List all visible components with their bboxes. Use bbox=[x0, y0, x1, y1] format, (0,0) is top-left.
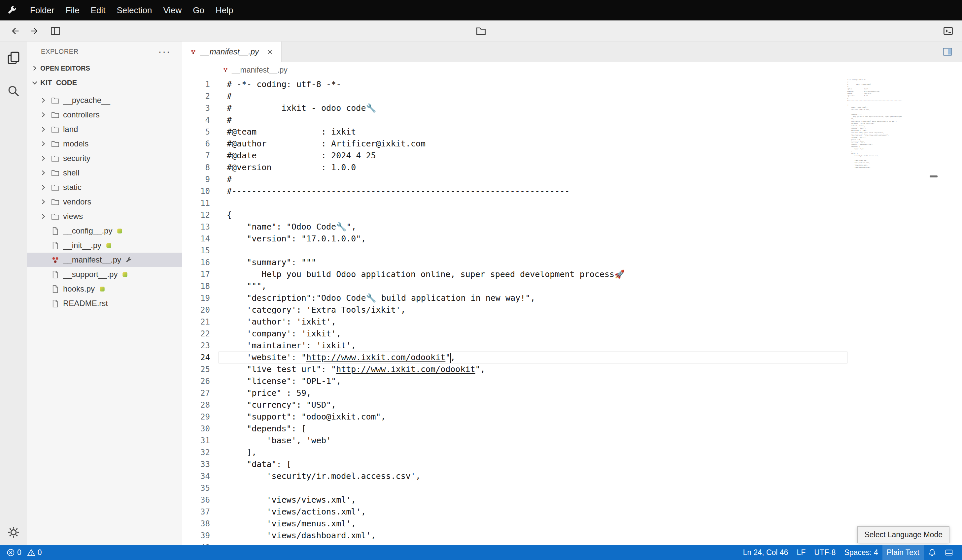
file-icon bbox=[223, 67, 228, 73]
line-text[interactable]: #@author : Artificer@ixkit.com bbox=[218, 138, 847, 150]
terminal-icon[interactable] bbox=[943, 26, 954, 36]
menu-file[interactable]: File bbox=[60, 5, 85, 16]
line-text[interactable]: "data": [ bbox=[218, 459, 847, 470]
tree-file-__manifest__.py[interactable]: __manifest__.py bbox=[27, 253, 182, 267]
tab-manifest[interactable]: __manifest__.py bbox=[182, 42, 282, 62]
line-text[interactable]: 'author': 'ixkit', bbox=[218, 316, 847, 328]
line-text[interactable]: """, bbox=[218, 280, 847, 292]
line-text[interactable]: "price" : 59, bbox=[218, 387, 847, 399]
tree-file-__config__.py[interactable]: __config__.py bbox=[27, 224, 182, 238]
editor[interactable]: 1# -*- coding: utf-8 -*-2#3# ixkit - odo… bbox=[182, 78, 962, 545]
line-text[interactable]: #@team : ixkit bbox=[218, 126, 847, 138]
line-text[interactable]: { bbox=[218, 209, 847, 221]
file-badge-icon bbox=[98, 286, 106, 293]
file-icon bbox=[190, 49, 197, 55]
line-text[interactable]: #@date : 2024-4-25 bbox=[218, 150, 847, 162]
line-text[interactable]: "description":"Odoo Code🔧 build applicat… bbox=[218, 292, 847, 304]
breadcrumb-item: __manifest__.py bbox=[232, 66, 287, 74]
section-workspace[interactable]: KIT_CODE bbox=[27, 75, 182, 90]
code-lines[interactable]: 1# -*- coding: utf-8 -*-2#3# ixkit - odo… bbox=[182, 79, 847, 545]
more-actions-icon[interactable]: ··· bbox=[158, 48, 171, 55]
tree-file-hooks.py[interactable]: hooks.py bbox=[27, 282, 182, 296]
notifications-bell-icon[interactable] bbox=[924, 545, 941, 560]
line-text[interactable]: 'company': 'ixkit', bbox=[218, 328, 847, 340]
tree-folder-views[interactable]: views bbox=[27, 209, 182, 224]
line-number: 30 bbox=[182, 423, 218, 434]
search-icon[interactable] bbox=[7, 84, 20, 98]
line-text[interactable]: 'website': "http://www.ixkit.com/odookit… bbox=[218, 352, 847, 364]
line-text[interactable] bbox=[218, 197, 847, 209]
tree-folder-vendors[interactable]: vendors bbox=[27, 195, 182, 209]
eol-button[interactable]: LF bbox=[792, 545, 810, 560]
tree-folder-models[interactable]: models bbox=[27, 137, 182, 151]
link[interactable]: http://www.ixkit.com/odookit bbox=[307, 352, 445, 362]
forward-arrow-icon[interactable] bbox=[30, 26, 40, 36]
line-number: 35 bbox=[182, 482, 218, 494]
line-text[interactable]: #@version : 1.0.0 bbox=[218, 162, 847, 174]
menu-go[interactable]: Go bbox=[187, 5, 210, 16]
line-text[interactable]: # ixkit - odoo code🔧 bbox=[218, 102, 847, 114]
line-text[interactable]: #---------------------------------------… bbox=[218, 185, 847, 197]
gear-icon[interactable] bbox=[7, 526, 20, 539]
menu-selection[interactable]: Selection bbox=[111, 5, 158, 16]
minimap[interactable]: # -*- coding: utf-8 -*-## ixkit - odoo c… bbox=[847, 79, 902, 545]
menu-folder[interactable]: Folder bbox=[24, 5, 60, 16]
menu-edit[interactable]: Edit bbox=[85, 5, 111, 16]
line-text[interactable] bbox=[218, 542, 847, 545]
scrollbar[interactable] bbox=[902, 79, 962, 545]
line-text[interactable]: # -*- coding: utf-8 -*- bbox=[218, 79, 847, 90]
line-text[interactable]: 'views/menus.xml', bbox=[218, 518, 847, 529]
line-text[interactable]: 'category': 'Extra Tools/ixkit', bbox=[218, 304, 847, 316]
line-text[interactable]: "support": "odoo@ixkit.com", bbox=[218, 411, 847, 423]
line-text[interactable]: "name": "Odoo Code🔧", bbox=[218, 221, 847, 233]
line-text[interactable]: 'views/dashboard.xml', bbox=[218, 529, 847, 542]
line-text[interactable]: 'views/actions.xml', bbox=[218, 506, 847, 518]
tree-folder-security[interactable]: security bbox=[27, 151, 182, 166]
back-arrow-icon[interactable] bbox=[9, 26, 20, 36]
indentation-button[interactable]: Spaces: 4 bbox=[840, 545, 882, 560]
line-text[interactable] bbox=[218, 482, 847, 494]
line-text[interactable]: 'views/views.xml', bbox=[218, 494, 847, 506]
line-text[interactable]: # bbox=[218, 90, 847, 102]
tree-file-__support__.py[interactable]: __support__.py bbox=[27, 267, 182, 282]
code-line-3: 3# ixkit - odoo code🔧 bbox=[182, 102, 847, 114]
menu-view[interactable]: View bbox=[158, 5, 187, 16]
line-text[interactable]: 'security/ir.model.access.csv', bbox=[218, 470, 847, 482]
encoding-button[interactable]: UTF-8 bbox=[810, 545, 840, 560]
panel-icon[interactable] bbox=[941, 545, 957, 560]
language-mode-button[interactable]: Plain Text bbox=[883, 545, 924, 560]
tree-folder-controllers[interactable]: controllers bbox=[27, 108, 182, 122]
line-text[interactable]: ], bbox=[218, 447, 847, 459]
cursor-position-button[interactable]: Ln 24, Col 46 bbox=[739, 545, 793, 560]
split-editor-icon[interactable] bbox=[942, 47, 953, 57]
line-text[interactable] bbox=[218, 245, 847, 257]
link[interactable]: http://www.ixkit.com/odookit bbox=[336, 364, 475, 374]
folder-icon[interactable] bbox=[476, 26, 486, 36]
menu-help[interactable]: Help bbox=[210, 5, 239, 16]
problems-button[interactable]: 0 0 bbox=[3, 545, 48, 560]
code-line-38: 38 'views/menus.xml', bbox=[182, 518, 847, 529]
line-number: 34 bbox=[182, 470, 218, 482]
tree-folder-__pycache__[interactable]: __pycache__ bbox=[27, 93, 182, 108]
section-open-editors[interactable]: OPEN EDITORS bbox=[27, 61, 182, 75]
tree-file-__init__.py[interactable]: __init__.py bbox=[27, 238, 182, 253]
line-text[interactable]: 'base', 'web' bbox=[218, 434, 847, 447]
line-text[interactable]: "live_test_url": "http://www.ixkit.com/o… bbox=[218, 364, 847, 375]
tree-folder-shell[interactable]: shell bbox=[27, 166, 182, 180]
line-text[interactable]: "summary": """ bbox=[218, 257, 847, 269]
tree-folder-land[interactable]: land bbox=[27, 122, 182, 137]
line-text[interactable]: "version": "17.0.1.0.0", bbox=[218, 233, 847, 245]
line-text[interactable]: # bbox=[218, 174, 847, 185]
close-icon[interactable] bbox=[266, 48, 273, 55]
line-text[interactable]: "license": "OPL-1", bbox=[218, 375, 847, 387]
line-text[interactable]: "currency": "USD", bbox=[218, 399, 847, 411]
line-text[interactable]: "depends": [ bbox=[218, 423, 847, 434]
tree-file-README.rst[interactable]: README.rst bbox=[27, 296, 182, 311]
line-text[interactable]: Help you build Odoo application online, … bbox=[218, 269, 847, 280]
line-text[interactable]: 'maintainer': 'ixkit', bbox=[218, 340, 847, 352]
explorer-icon[interactable] bbox=[7, 51, 20, 64]
tree-folder-static[interactable]: static bbox=[27, 180, 182, 195]
breadcrumb[interactable]: __manifest__.py bbox=[182, 62, 962, 78]
line-text[interactable]: # bbox=[218, 114, 847, 126]
layout-columns-icon[interactable] bbox=[50, 26, 61, 36]
